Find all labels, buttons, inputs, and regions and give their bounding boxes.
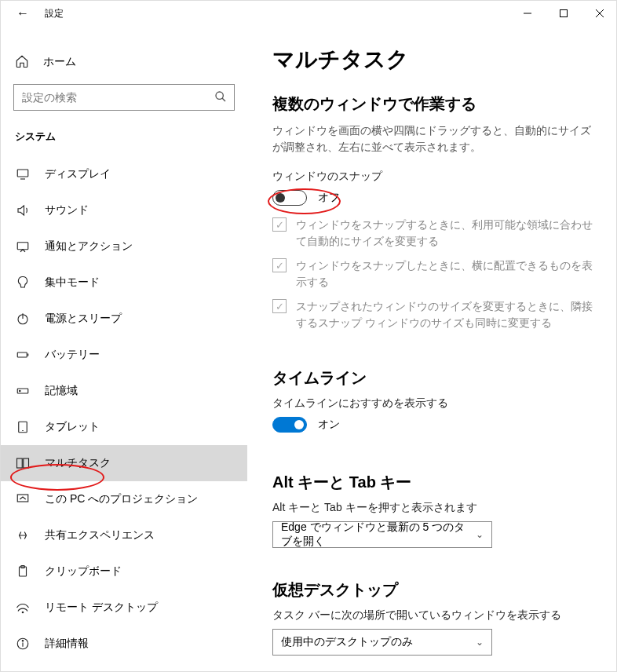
search-input[interactable] bbox=[13, 84, 235, 111]
checkbox-icon: ✓ bbox=[272, 258, 287, 272]
battery-icon bbox=[15, 348, 31, 362]
shared-icon bbox=[15, 528, 31, 542]
vdesktop-dropdown[interactable]: 使用中のデスクトップのみ ⌄ bbox=[272, 629, 492, 656]
sidebar-item-remote[interactable]: リモート デスクトップ bbox=[1, 590, 247, 626]
sound-icon bbox=[15, 203, 31, 217]
sidebar-item-storage[interactable]: 記憶域 bbox=[1, 373, 247, 409]
sidebar-item-battery[interactable]: バッテリー bbox=[1, 337, 247, 373]
storage-icon bbox=[15, 384, 31, 398]
sidebar-item-label: 記憶域 bbox=[45, 384, 78, 398]
focus-icon bbox=[15, 276, 31, 290]
snap-option-3-label: スナップされたウィンドウのサイズを変更するときに、隣接するスナップ ウィンドウの… bbox=[296, 298, 593, 331]
back-button[interactable]: ← bbox=[10, 1, 35, 26]
sidebar-item-display[interactable]: ディスプレイ bbox=[1, 156, 247, 192]
display-icon bbox=[15, 167, 31, 181]
svg-rect-6 bbox=[17, 170, 28, 177]
chevron-down-icon: ⌄ bbox=[476, 637, 484, 648]
svg-rect-19 bbox=[17, 495, 28, 502]
sidebar-home-label: ホーム bbox=[43, 55, 76, 69]
checkbox-icon: ✓ bbox=[272, 217, 287, 232]
vdesktop-desc: タスク バーに次の場所で開いているウィンドウを表示する bbox=[272, 608, 593, 623]
maximize-button[interactable] bbox=[546, 1, 582, 26]
svg-rect-17 bbox=[17, 458, 23, 468]
sidebar-item-label: 集中モード bbox=[45, 276, 100, 290]
sidebar-item-label: 詳細情報 bbox=[45, 637, 89, 651]
sidebar-item-focus[interactable]: 集中モード bbox=[1, 265, 247, 301]
sidebar-item-tablet[interactable]: タブレット bbox=[1, 409, 247, 445]
project-icon bbox=[15, 492, 31, 506]
sidebar-header-system: システム bbox=[1, 119, 247, 156]
snap-label: ウィンドウのスナップ bbox=[272, 170, 593, 184]
snap-option-1-label: ウィンドウをスナップするときに、利用可能な領域に合わせて自動的にサイズを変更する bbox=[296, 217, 593, 250]
sidebar-item-notifications[interactable]: 通知とアクション bbox=[1, 228, 247, 265]
sidebar-home[interactable]: ホーム bbox=[1, 45, 247, 79]
sidebar-item-label: サウンド bbox=[45, 203, 89, 217]
titlebar: ← 設定 bbox=[1, 1, 617, 26]
timeline-toggle[interactable] bbox=[272, 417, 307, 433]
svg-rect-1 bbox=[560, 10, 568, 17]
sidebar-item-label: リモート デスクトップ bbox=[45, 601, 158, 615]
snap-option-1: ✓ ウィンドウをスナップするときに、利用可能な領域に合わせて自動的にサイズを変更… bbox=[272, 217, 593, 250]
remote-icon bbox=[15, 601, 31, 615]
svg-point-22 bbox=[22, 612, 24, 613]
section-vdesktop-title: 仮想デスクトップ bbox=[272, 579, 593, 601]
snap-option-2-label: ウィンドウをスナップしたときに、横に配置できるものを表示する bbox=[296, 257, 593, 290]
sidebar-item-label: 通知とアクション bbox=[45, 239, 133, 254]
clipboard-icon bbox=[15, 564, 31, 579]
close-button[interactable] bbox=[582, 1, 617, 26]
snap-option-3: ✓ スナップされたウィンドウのサイズを変更するときに、隣接するスナップ ウィンド… bbox=[272, 298, 593, 331]
page-title: マルチタスク bbox=[272, 45, 593, 75]
sidebar-item-shared[interactable]: 共有エクスペリエンス bbox=[1, 517, 247, 553]
sidebar-item-label: 電源とスリープ bbox=[45, 312, 122, 326]
checkbox-icon: ✓ bbox=[272, 299, 287, 313]
alttab-dropdown[interactable]: Edge でウィンドウと最新の 5 つのタブを開く ⌄ bbox=[272, 521, 492, 548]
about-icon bbox=[15, 637, 31, 651]
svg-rect-18 bbox=[24, 458, 29, 468]
sidebar-item-label: ディスプレイ bbox=[45, 167, 111, 181]
sidebar-item-label: クリップボード bbox=[45, 564, 122, 579]
section-alttab-title: Alt キーと Tab キー bbox=[272, 472, 593, 493]
tablet-icon bbox=[15, 420, 31, 434]
svg-rect-8 bbox=[17, 243, 28, 250]
snap-option-2: ✓ ウィンドウをスナップしたときに、横に配置できるものを表示する bbox=[272, 257, 593, 290]
snap-toggle[interactable] bbox=[272, 190, 307, 206]
svg-rect-11 bbox=[17, 352, 27, 357]
sidebar: ホーム システム ディスプレイ サウンド 通知とアクション bbox=[1, 26, 247, 672]
window-title: 設定 bbox=[45, 7, 64, 20]
sidebar-item-sound[interactable]: サウンド bbox=[1, 192, 247, 228]
sidebar-item-power[interactable]: 電源とスリープ bbox=[1, 301, 247, 337]
sidebar-item-about[interactable]: 詳細情報 bbox=[1, 626, 247, 662]
svg-point-14 bbox=[20, 390, 21, 392]
content-pane: マルチタスク 複数のウィンドウで作業する ウィンドウを画面の横や四隅にドラッグす… bbox=[247, 26, 617, 672]
section-windows-title: 複数のウィンドウで作業する bbox=[272, 93, 593, 115]
sidebar-item-label: バッテリー bbox=[45, 348, 100, 362]
minimize-button[interactable] bbox=[509, 1, 546, 26]
chevron-down-icon: ⌄ bbox=[476, 529, 484, 540]
sidebar-item-label: この PC へのプロジェクション bbox=[45, 492, 198, 506]
alttab-desc: Alt キーと Tab キーを押すと表示されます bbox=[272, 501, 593, 515]
power-icon bbox=[15, 312, 31, 326]
sidebar-item-label: 共有エクスペリエンス bbox=[45, 528, 155, 542]
alttab-dropdown-value: Edge でウィンドウと最新の 5 つのタブを開く bbox=[281, 520, 476, 549]
sidebar-item-clipboard[interactable]: クリップボード bbox=[1, 553, 247, 590]
multitask-icon bbox=[15, 456, 31, 470]
sidebar-nav: ディスプレイ サウンド 通知とアクション 集中モード 電源とスリープ バッテリー bbox=[1, 156, 247, 662]
sidebar-item-label: タブレット bbox=[45, 420, 100, 434]
sidebar-item-project[interactable]: この PC へのプロジェクション bbox=[1, 481, 247, 517]
vdesktop-dropdown-value: 使用中のデスクトップのみ bbox=[281, 635, 413, 649]
timeline-desc: タイムラインにおすすめを表示する bbox=[272, 396, 593, 411]
home-icon bbox=[15, 54, 29, 71]
sidebar-item-multitask[interactable]: マルチタスク bbox=[1, 445, 247, 481]
svg-point-25 bbox=[22, 641, 24, 642]
window-controls bbox=[509, 1, 617, 26]
snap-state-label: オフ bbox=[318, 191, 340, 205]
section-timeline-title: タイムライン bbox=[272, 367, 593, 389]
section-windows-desc: ウィンドウを画面の横や四隅にドラッグすると、自動的にサイズが調整され、左右に並べ… bbox=[272, 122, 593, 155]
timeline-state-label: オン bbox=[318, 418, 340, 432]
notify-icon bbox=[15, 239, 31, 254]
sidebar-item-label: マルチタスク bbox=[45, 456, 111, 470]
